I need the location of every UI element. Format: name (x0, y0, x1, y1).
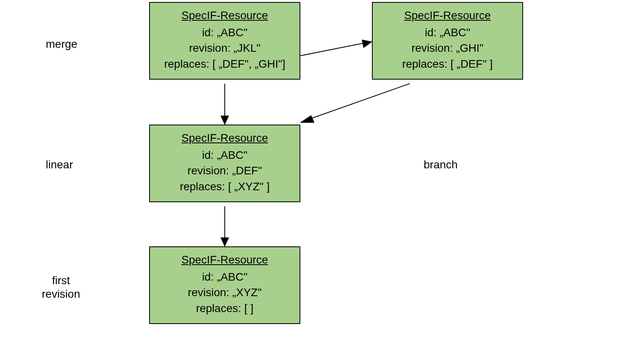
label-merge: merge (46, 38, 77, 51)
svg-marker-3 (221, 238, 229, 246)
resource-box-ghi: SpecIF-Resource id: „ABC" revision: „GHI… (372, 2, 523, 80)
label-linear: linear (46, 158, 73, 171)
box-id: id: „ABC" (153, 269, 296, 285)
resource-box-xyz: SpecIF-Resource id: „ABC" revision: „XYZ… (149, 246, 300, 324)
box-rev: revision: „GHI" (376, 40, 519, 56)
box-rep: replaces: [ ] (153, 301, 296, 316)
box-rep: replaces: [ „XYZ" ] (153, 179, 296, 194)
svg-line-4 (306, 84, 410, 120)
arrows-layer (0, 0, 644, 363)
svg-marker-7 (362, 40, 372, 48)
svg-marker-1 (221, 116, 229, 125)
box-title: SpecIF-Resource (153, 252, 296, 267)
box-rep: replaces: [ „DEF", „GHI"] (153, 56, 296, 72)
arrow-jkl-to-ghi (300, 40, 372, 56)
arrow-def-to-xyz (221, 206, 229, 246)
box-title: SpecIF-Resource (153, 130, 296, 146)
box-id: id: „ABC" (153, 25, 296, 40)
box-rep: replaces: [ „DEF" ] (376, 56, 519, 72)
svg-marker-5 (300, 115, 314, 123)
arrow-jkl-to-def (221, 84, 229, 125)
box-rev: revision: „JKL" (153, 40, 296, 56)
box-title: SpecIF-Resource (376, 8, 519, 23)
label-first-revision: first revision (42, 274, 80, 301)
box-rev: revision: „DEF" (153, 163, 296, 178)
svg-line-6 (300, 43, 364, 56)
box-rev: revision: „XYZ" (153, 285, 296, 300)
diagram-canvas: merge linear first revision branch SpecI… (0, 0, 644, 363)
resource-box-jkl: SpecIF-Resource id: „ABC" revision: „JKL… (149, 2, 300, 80)
label-branch: branch (424, 158, 458, 171)
box-id: id: „ABC" (376, 25, 519, 40)
box-title: SpecIF-Resource (153, 8, 296, 23)
resource-box-def: SpecIF-Resource id: „ABC" revision: „DEF… (149, 125, 300, 202)
arrow-ghi-to-def (300, 84, 410, 123)
box-id: id: „ABC" (153, 147, 296, 163)
